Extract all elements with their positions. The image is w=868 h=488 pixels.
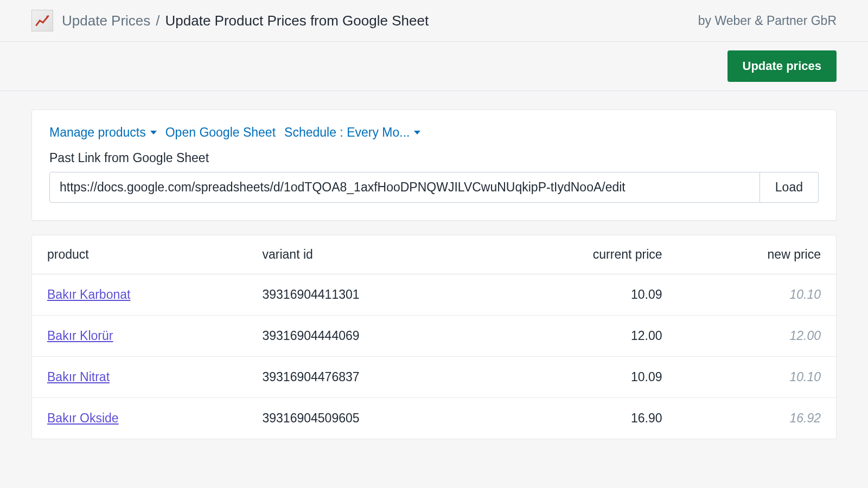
products-table-card: product variant id current price new pri… [31, 235, 837, 439]
load-button[interactable]: Load [760, 172, 819, 203]
table-row: Bakır Klorür 39316904444069 12.00 12.00 [32, 316, 836, 357]
breadcrumb-root[interactable]: Update Prices [62, 12, 150, 29]
open-google-sheet-link[interactable]: Open Google Sheet [165, 125, 276, 140]
new-price-cell: 12.00 [789, 329, 821, 343]
sheet-config-card: Manage products Open Google Sheet Schedu… [31, 110, 837, 221]
new-price-cell: 16.92 [789, 411, 821, 425]
action-bar: Update prices [0, 42, 868, 91]
th-variant-id: variant id [247, 235, 488, 274]
manage-products-dropdown[interactable]: Manage products [49, 125, 157, 140]
product-link[interactable]: Bakır Nitrat [47, 370, 110, 384]
breadcrumb: Update Prices / Update Product Prices fr… [62, 12, 429, 29]
table-row: Bakır Karbonat 39316904411301 10.09 10.1… [32, 274, 836, 316]
current-price-cell: 10.09 [489, 274, 678, 316]
current-price-cell: 16.90 [489, 398, 678, 439]
sheet-link-label: Past Link from Google Sheet [49, 151, 819, 165]
sheet-url-input[interactable] [49, 172, 760, 203]
schedule-label: Schedule : Every Mo... [284, 125, 410, 140]
product-link[interactable]: Bakır Karbonat [47, 287, 130, 301]
products-table: product variant id current price new pri… [32, 235, 836, 439]
page-header: Update Prices / Update Product Prices fr… [0, 0, 868, 42]
chevron-down-icon [414, 131, 420, 134]
table-row: Bakır Nitrat 39316904476837 10.09 10.10 [32, 357, 836, 398]
variant-id-cell: 39316904444069 [247, 316, 488, 357]
byline: by Weber & Partner GbR [698, 14, 837, 28]
manage-products-label: Manage products [49, 125, 146, 140]
variant-id-cell: 39316904509605 [247, 398, 488, 439]
table-header-row: product variant id current price new pri… [32, 235, 836, 274]
new-price-cell: 10.10 [789, 287, 821, 301]
th-product: product [32, 235, 247, 274]
breadcrumb-current: Update Product Prices from Google Sheet [165, 12, 429, 29]
product-link[interactable]: Bakır Okside [47, 411, 119, 425]
breadcrumb-sep: / [156, 12, 159, 29]
toolbar: Manage products Open Google Sheet Schedu… [49, 125, 819, 140]
sheet-input-row: Load [49, 172, 819, 203]
update-prices-button[interactable]: Update prices [727, 50, 837, 82]
main-content: Manage products Open Google Sheet Schedu… [0, 91, 868, 458]
table-row: Bakır Okside 39316904509605 16.90 16.92 [32, 398, 836, 439]
schedule-dropdown[interactable]: Schedule : Every Mo... [284, 125, 420, 140]
new-price-cell: 10.10 [789, 370, 821, 384]
variant-id-cell: 39316904411301 [247, 274, 488, 316]
current-price-cell: 12.00 [489, 316, 678, 357]
th-new-price: new price [678, 235, 836, 274]
th-current-price: current price [489, 235, 678, 274]
header-left: Update Prices / Update Product Prices fr… [31, 10, 429, 31]
chart-icon [35, 13, 50, 28]
variant-id-cell: 39316904476837 [247, 357, 488, 398]
app-icon [31, 10, 53, 31]
chevron-down-icon [150, 131, 157, 134]
current-price-cell: 10.09 [489, 357, 678, 398]
product-link[interactable]: Bakır Klorür [47, 329, 113, 343]
